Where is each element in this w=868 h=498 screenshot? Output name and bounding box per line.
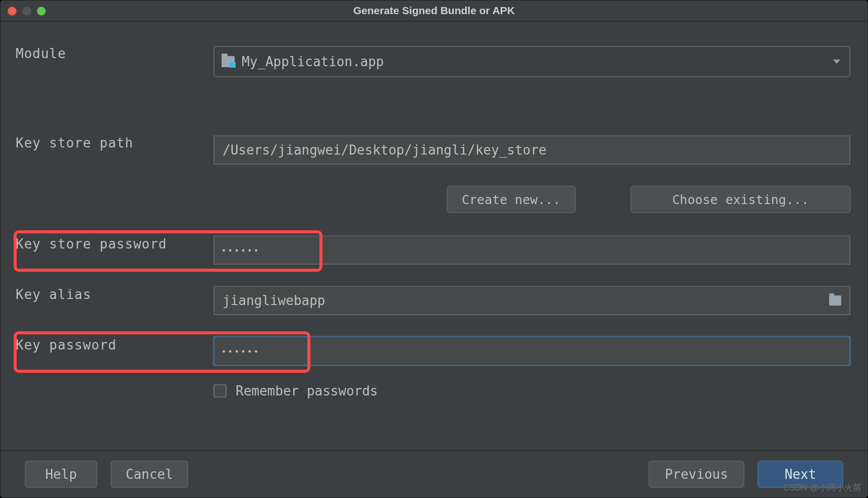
key-alias-label: Key alias — [16, 287, 195, 302]
module-label: Module — [16, 46, 195, 61]
remember-passwords-label: Remember passwords — [236, 383, 378, 399]
help-button[interactable]: Help — [25, 461, 97, 488]
key-alias-value: jiangliwebapp — [223, 293, 326, 308]
window-controls — [8, 7, 46, 16]
dialog-window: Generate Signed Bundle or APK Module My_… — [0, 0, 868, 498]
key-password-value: ●●●●●● — [223, 349, 261, 354]
chevron-down-icon — [833, 60, 840, 64]
module-value: My_Application.app — [242, 54, 384, 69]
window-title: Generate Signed Bundle or APK — [353, 5, 515, 17]
minimize-window-icon[interactable] — [22, 7, 31, 16]
create-new-button[interactable]: Create new... — [447, 186, 576, 213]
module-dropdown[interactable]: My_Application.app — [213, 46, 850, 77]
folder-icon — [222, 56, 235, 67]
key-password-input[interactable]: ●●●●●● — [213, 336, 850, 366]
keystore-path-input[interactable]: /Users/jiangwei/Desktop/jiangli/key_stor… — [213, 135, 850, 165]
zoom-window-icon[interactable] — [37, 7, 46, 16]
keystore-password-label: Key store password — [16, 236, 212, 252]
dialog-content: Module My_Application.app Key store path… — [1, 22, 867, 451]
choose-existing-button[interactable]: Choose existing... — [630, 186, 851, 213]
remember-passwords-checkbox[interactable] — [213, 384, 227, 397]
key-alias-input[interactable]: jiangliwebapp — [213, 286, 850, 315]
cancel-button[interactable]: Cancel — [111, 461, 188, 488]
key-password-label: Key password — [16, 337, 195, 353]
keystore-password-value: ●●●●●● — [223, 248, 261, 253]
titlebar: Generate Signed Bundle or APK — [1, 1, 867, 22]
close-window-icon[interactable] — [8, 7, 17, 16]
keystore-password-input[interactable]: ●●●●●● — [213, 235, 850, 265]
keystore-path-value: /Users/jiangwei/Desktop/jiangli/key_stor… — [223, 142, 547, 158]
previous-button[interactable]: Previous — [648, 461, 744, 488]
folder-open-icon[interactable] — [829, 295, 841, 306]
dialog-footer: Help Cancel Previous Next — [1, 450, 867, 497]
watermark: CSDN @小阿小火苗 — [783, 482, 861, 493]
keystore-path-label: Key store path — [16, 135, 212, 151]
